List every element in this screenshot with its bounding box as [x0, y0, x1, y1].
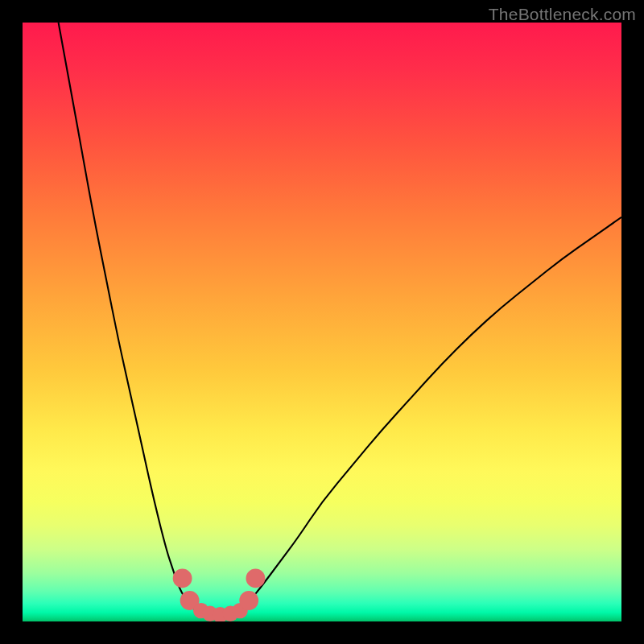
valley-marker	[246, 569, 266, 588]
bottleneck-curve	[59, 23, 621, 616]
valley-marker-group	[173, 569, 266, 622]
chart-frame: TheBottleneck.com	[0, 0, 644, 644]
plot-area	[23, 23, 621, 621]
watermark-text: TheBottleneck.com	[489, 5, 636, 24]
valley-marker	[173, 569, 192, 588]
valley-marker	[239, 591, 258, 610]
curve-layer	[23, 23, 621, 621]
